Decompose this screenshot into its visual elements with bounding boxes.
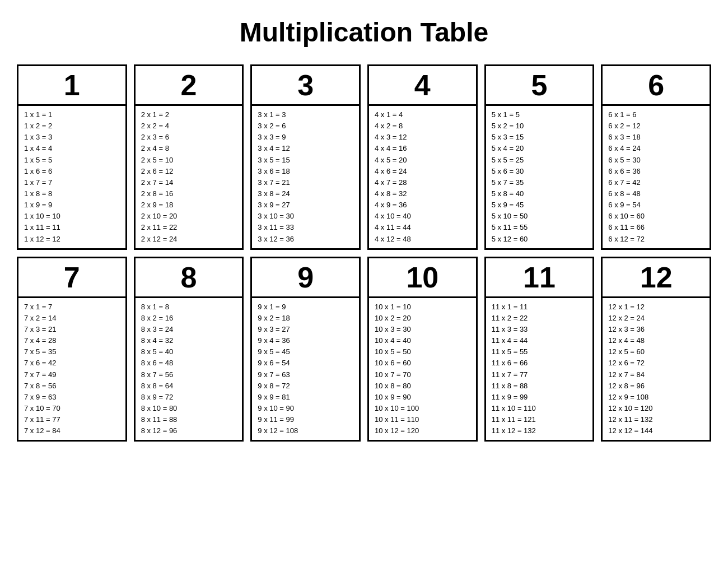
table-row: 12 x 8 = 96 [608, 380, 704, 392]
table-row: 6 x 6 = 36 [608, 166, 704, 177]
table-row: 6 x 4 = 24 [608, 143, 704, 154]
table-row: 8 x 1 = 8 [141, 301, 237, 313]
table-body-3: 3 x 1 = 33 x 2 = 63 x 3 = 93 x 4 = 123 x… [252, 106, 359, 248]
table-row: 3 x 11 = 33 [258, 222, 353, 233]
table-row: 6 x 12 = 72 [608, 234, 704, 245]
table-header-9: 9 [252, 258, 359, 298]
table-row: 7 x 11 = 77 [24, 414, 120, 425]
table-card-2: 22 x 1 = 22 x 2 = 42 x 3 = 62 x 4 = 82 x… [134, 64, 244, 250]
table-row: 5 x 10 = 50 [492, 211, 587, 222]
table-row: 7 x 2 = 14 [24, 313, 120, 324]
table-row: 6 x 9 = 54 [608, 199, 704, 211]
table-row: 7 x 1 = 7 [24, 301, 120, 313]
table-row: 6 x 10 = 60 [608, 211, 704, 222]
table-row: 5 x 5 = 25 [492, 155, 587, 166]
table-row: 9 x 12 = 108 [258, 425, 353, 437]
table-row: 9 x 5 = 45 [258, 346, 353, 357]
table-row: 1 x 5 = 5 [24, 155, 120, 166]
table-row: 7 x 7 = 49 [24, 369, 120, 380]
table-row: 7 x 3 = 21 [24, 324, 120, 335]
table-row: 1 x 8 = 8 [24, 188, 120, 199]
table-row: 9 x 11 = 99 [258, 414, 353, 425]
table-row: 12 x 10 = 120 [608, 403, 704, 414]
table-row: 8 x 2 = 16 [141, 313, 237, 324]
table-body-11: 11 x 1 = 1111 x 2 = 2211 x 3 = 3311 x 4 … [486, 298, 593, 440]
table-row: 2 x 10 = 20 [141, 211, 237, 222]
table-row: 1 x 2 = 2 [24, 120, 120, 132]
table-row: 11 x 2 = 22 [492, 313, 587, 324]
table-row: 10 x 8 = 80 [375, 380, 470, 392]
table-row: 2 x 11 = 22 [141, 222, 237, 233]
table-card-7: 77 x 1 = 77 x 2 = 147 x 3 = 217 x 4 = 28… [17, 257, 127, 442]
table-row: 11 x 7 = 77 [492, 369, 587, 380]
table-row: 4 x 10 = 40 [375, 211, 470, 222]
table-row: 3 x 5 = 15 [258, 155, 353, 166]
table-row: 5 x 12 = 60 [492, 234, 587, 245]
table-row: 4 x 6 = 24 [375, 166, 470, 177]
table-row: 4 x 4 = 16 [375, 143, 470, 154]
table-row: 12 x 6 = 72 [608, 357, 704, 369]
table-row: 11 x 9 = 99 [492, 392, 587, 403]
table-row: 11 x 1 = 11 [492, 301, 587, 313]
table-row: 9 x 8 = 72 [258, 380, 353, 392]
table-row: 6 x 8 = 48 [608, 188, 704, 199]
table-row: 3 x 3 = 9 [258, 132, 353, 143]
table-row: 8 x 12 = 96 [141, 425, 237, 437]
table-row: 7 x 4 = 28 [24, 335, 120, 346]
table-row: 3 x 1 = 3 [258, 109, 353, 120]
table-row: 12 x 9 = 108 [608, 392, 704, 403]
table-row: 10 x 3 = 30 [375, 324, 470, 335]
table-row: 2 x 8 = 16 [141, 188, 237, 199]
table-row: 5 x 9 = 45 [492, 199, 587, 211]
page-title: Multiplication Table [240, 17, 488, 48]
table-header-1: 1 [18, 66, 125, 106]
table-row: 10 x 10 = 100 [375, 403, 470, 414]
table-body-7: 7 x 1 = 77 x 2 = 147 x 3 = 217 x 4 = 287… [18, 298, 125, 440]
table-card-6: 66 x 1 = 66 x 2 = 126 x 3 = 186 x 4 = 24… [601, 64, 711, 250]
table-row: 2 x 12 = 24 [141, 234, 237, 245]
table-card-9: 99 x 1 = 99 x 2 = 189 x 3 = 279 x 4 = 36… [250, 257, 361, 442]
table-card-12: 1212 x 1 = 1212 x 2 = 2412 x 3 = 3612 x … [601, 257, 711, 442]
table-row: 5 x 4 = 20 [492, 143, 587, 154]
table-row: 2 x 6 = 12 [141, 166, 237, 177]
table-row: 5 x 3 = 15 [492, 132, 587, 143]
table-row: 11 x 8 = 88 [492, 380, 587, 392]
table-row: 10 x 9 = 90 [375, 392, 470, 403]
table-row: 8 x 10 = 80 [141, 403, 237, 414]
table-row: 12 x 5 = 60 [608, 346, 704, 357]
table-row: 2 x 1 = 2 [141, 109, 237, 120]
table-card-8: 88 x 1 = 88 x 2 = 168 x 3 = 248 x 4 = 32… [134, 257, 244, 442]
table-row: 10 x 7 = 70 [375, 369, 470, 380]
table-header-2: 2 [136, 66, 242, 106]
table-row: 1 x 6 = 6 [24, 166, 120, 177]
table-row: 7 x 12 = 84 [24, 425, 120, 437]
table-row: 8 x 5 = 40 [141, 346, 237, 357]
table-row: 9 x 4 = 36 [258, 335, 353, 346]
table-row: 3 x 10 = 30 [258, 211, 353, 222]
table-row: 6 x 2 = 12 [608, 120, 704, 132]
table-row: 1 x 10 = 10 [24, 211, 120, 222]
table-row: 8 x 11 = 88 [141, 414, 237, 425]
table-header-12: 12 [603, 258, 710, 298]
table-row: 8 x 7 = 56 [141, 369, 237, 380]
table-row: 8 x 8 = 64 [141, 380, 237, 392]
table-row: 8 x 3 = 24 [141, 324, 237, 335]
table-row: 4 x 9 = 36 [375, 199, 470, 211]
table-row: 11 x 6 = 66 [492, 357, 587, 369]
table-row: 11 x 10 = 110 [492, 403, 587, 414]
table-header-3: 3 [252, 66, 359, 106]
table-row: 3 x 8 = 24 [258, 188, 353, 199]
table-body-12: 12 x 1 = 1212 x 2 = 2412 x 3 = 3612 x 4 … [603, 298, 710, 440]
table-row: 2 x 5 = 10 [141, 155, 237, 166]
table-row: 4 x 2 = 8 [375, 120, 470, 132]
table-body-8: 8 x 1 = 88 x 2 = 168 x 3 = 248 x 4 = 328… [136, 298, 242, 440]
table-row: 5 x 6 = 30 [492, 166, 587, 177]
table-row: 10 x 5 = 50 [375, 346, 470, 357]
table-row: 7 x 10 = 70 [24, 403, 120, 414]
table-row: 11 x 11 = 121 [492, 414, 587, 425]
table-body-6: 6 x 1 = 66 x 2 = 126 x 3 = 186 x 4 = 246… [603, 106, 710, 248]
table-row: 10 x 1 = 10 [375, 301, 470, 313]
table-row: 8 x 6 = 48 [141, 357, 237, 369]
table-header-4: 4 [369, 66, 476, 106]
table-row: 9 x 9 = 81 [258, 392, 353, 403]
